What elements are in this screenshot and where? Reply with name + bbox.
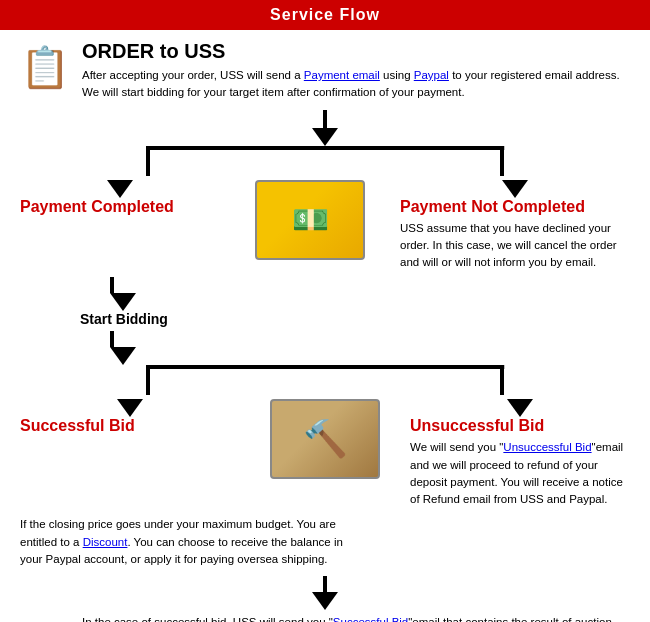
envelope-icon: ✉️ [20, 618, 70, 622]
arrowhead-right [502, 180, 528, 198]
v-line-2 [110, 331, 114, 347]
successful-arrow [20, 399, 240, 417]
payment-not-arrow [400, 180, 630, 198]
paypal-link[interactable]: Paypal [414, 69, 449, 81]
bid-h-line [146, 365, 504, 369]
arrowhead-2 [110, 347, 136, 365]
unsuccessful-bid-desc: We will send you "Unsuccessful Bid"email… [410, 439, 630, 508]
bid-right-line [500, 365, 504, 395]
unsuccessful-bid-link: Unsuccessful Bid [503, 441, 591, 453]
payment-completed-arrow [20, 180, 220, 198]
header-title: Service Flow [270, 6, 380, 23]
payment-email-link[interactable]: Payment email [304, 69, 380, 81]
payment-branch-lines [50, 146, 600, 176]
unsuccessful-bid-col: Unsuccessful Bid We will send you "Unsuc… [410, 399, 630, 508]
successful-bid-label: Successful Bid [20, 417, 240, 435]
arrow-to-bidding [110, 277, 630, 311]
order-icon: 📋 [20, 44, 70, 91]
arrow-line [323, 110, 327, 128]
order-info: ORDER to USS After accepting your order,… [82, 40, 630, 102]
payment-not-col: Payment Not Completed USS assume that yo… [400, 180, 630, 272]
payment-not-desc: USS assume that you have declined your o… [400, 220, 630, 272]
bid-center: 🔨 [255, 399, 395, 479]
arrow-from-order [20, 110, 630, 146]
successful-bid-desc: If the closing price goes under your max… [20, 516, 360, 568]
arrowhead-left [107, 180, 133, 198]
arrowhead-unsuc [507, 399, 533, 417]
v-line [110, 277, 114, 293]
bid-area: Successful Bid 🔨 Unsuccessful Bid We wil… [20, 399, 630, 508]
right-branch-line [500, 146, 504, 176]
successful-bid-email-link: Successful Bid [333, 616, 408, 622]
payment-completed-col: Payment Completed [20, 180, 220, 216]
arrow-from-bidding [110, 331, 630, 365]
payment-completed-label: Payment Completed [20, 198, 220, 216]
bid-left-line [146, 365, 150, 395]
arrowhead-suc [117, 399, 143, 417]
left-branch-line [146, 146, 150, 176]
money-image: 💵 [255, 180, 365, 260]
arrow-to-email [20, 576, 630, 610]
arrowhead [110, 293, 136, 311]
email-description: In the case of successful bid, USS will … [82, 614, 630, 622]
order-title: ORDER to USS [82, 40, 630, 63]
email-section: ✉️ In the case of successful bid, USS wi… [20, 614, 630, 622]
header: Service Flow [0, 0, 650, 30]
start-bidding-section: Start Bidding [80, 311, 630, 327]
discount-link[interactable]: Discount [83, 536, 128, 548]
h-branch-line [146, 146, 504, 150]
payment-center: 💵 [235, 180, 385, 260]
successful-bid-col: Successful Bid [20, 399, 240, 435]
payment-not-label: Payment Not Completed [400, 198, 630, 216]
unsuccessful-bid-label: Unsuccessful Bid [410, 417, 630, 435]
start-bidding-label: Start Bidding [80, 311, 168, 327]
bid-branch-lines [50, 365, 600, 395]
order-description: After accepting your order, USS will sen… [82, 67, 630, 102]
v-line-3 [323, 576, 327, 592]
arrowhead-3 [312, 592, 338, 610]
main-content: 📋 ORDER to USS After accepting your orde… [0, 30, 650, 622]
successful-bid-description: If the closing price goes under your max… [20, 516, 360, 568]
arrowhead [312, 128, 338, 146]
unsuccessful-arrow [410, 399, 630, 417]
order-section: 📋 ORDER to USS After accepting your orde… [20, 40, 630, 102]
gavel-image: 🔨 [270, 399, 380, 479]
payment-area: Payment Completed 💵 Payment Not Complete… [20, 180, 630, 272]
